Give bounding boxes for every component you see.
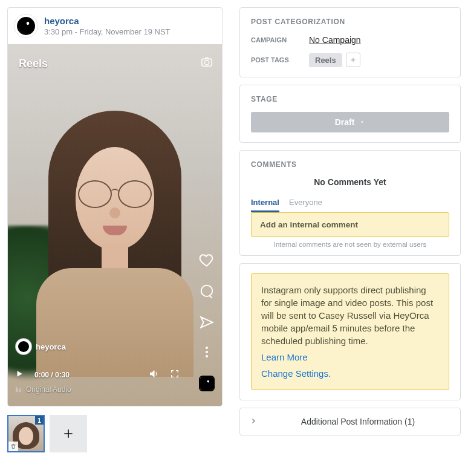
no-comments-text: No Comments Yet <box>251 177 449 187</box>
comments-panel: COMMENTS No Comments Yet Internal Everyo… <box>239 150 461 256</box>
tab-internal[interactable]: Internal <box>251 198 279 212</box>
accordion-title: Additional Post Information (1) <box>265 417 450 426</box>
categorization-title: POST CATEGORIZATION <box>251 18 449 26</box>
svg-point-1 <box>204 60 209 65</box>
internal-comment-hint: Internal comments are not seen by extern… <box>251 241 449 248</box>
thumb-count-badge: 1 <box>35 416 44 425</box>
chevron-down-icon <box>359 119 365 125</box>
chevron-right-icon <box>250 417 257 426</box>
campaign-label: CAMPAIGN <box>251 36 309 44</box>
add-media-button[interactable] <box>50 415 87 452</box>
playback-time: 0:00 / 0:30 <box>34 371 70 379</box>
learn-more-link[interactable]: Learn More <box>261 351 439 364</box>
tab-everyone[interactable]: Everyone <box>289 198 322 212</box>
comments-title: COMMENTS <box>251 160 449 169</box>
schedule-timestamp: 3:30 pm - Friday, November 19 NST <box>44 27 171 36</box>
stage-dropdown[interactable]: Draft <box>251 112 449 132</box>
audio-chip[interactable] <box>199 376 215 391</box>
add-tag-button[interactable] <box>346 53 360 67</box>
svg-point-2 <box>201 285 212 296</box>
share-icon[interactable] <box>199 315 215 333</box>
camera-icon[interactable] <box>200 55 213 71</box>
tag-row: Reels <box>309 53 449 67</box>
delete-media-icon[interactable] <box>8 442 18 451</box>
fullscreen-icon[interactable] <box>170 369 180 381</box>
stage-panel: STAGE Draft <box>239 85 461 143</box>
post-header: heyorca 3:30 pm - Friday, November 19 NS… <box>8 8 222 44</box>
account-handle[interactable]: heyorca <box>44 16 171 26</box>
media-thumb-1[interactable]: 1 <box>7 415 45 452</box>
play-icon[interactable] <box>15 370 24 380</box>
account-avatar <box>14 14 38 38</box>
volume-icon[interactable] <box>148 368 159 382</box>
internal-comment-input[interactable]: Add an internal comment <box>251 212 449 237</box>
reel-label: Reels <box>19 57 48 70</box>
reel-author-overlay[interactable]: heyorca <box>15 338 66 355</box>
notice-body: Instagram only supports direct publishin… <box>261 285 433 346</box>
tag-chip[interactable]: Reels <box>309 53 342 67</box>
heart-icon[interactable] <box>199 252 215 270</box>
additional-info-accordion[interactable]: Additional Post Information (1) <box>239 408 461 435</box>
notice-panel: Instagram only supports direct publishin… <box>239 263 461 400</box>
post-preview-card: heyorca 3:30 pm - Friday, November 19 NS… <box>7 7 223 406</box>
campaign-value-link[interactable]: No Campaign <box>309 35 361 45</box>
categorization-panel: POST CATEGORIZATION CAMPAIGN No Campaign… <box>239 7 461 77</box>
original-audio-label[interactable]: Original Audio <box>15 385 71 394</box>
tags-label: POST TAGS <box>251 56 309 64</box>
comment-icon[interactable] <box>199 284 215 302</box>
reel-video-preview[interactable]: Reels <box>8 44 222 406</box>
video-controls: 0:00 / 0:30 <box>15 368 180 382</box>
more-icon[interactable] <box>206 347 208 357</box>
publishing-notice: Instagram only supports direct publishin… <box>251 273 449 390</box>
media-thumbnails: 1 <box>7 415 223 452</box>
stage-title: STAGE <box>251 95 449 103</box>
change-settings-link[interactable]: Change Settings. <box>261 367 439 380</box>
